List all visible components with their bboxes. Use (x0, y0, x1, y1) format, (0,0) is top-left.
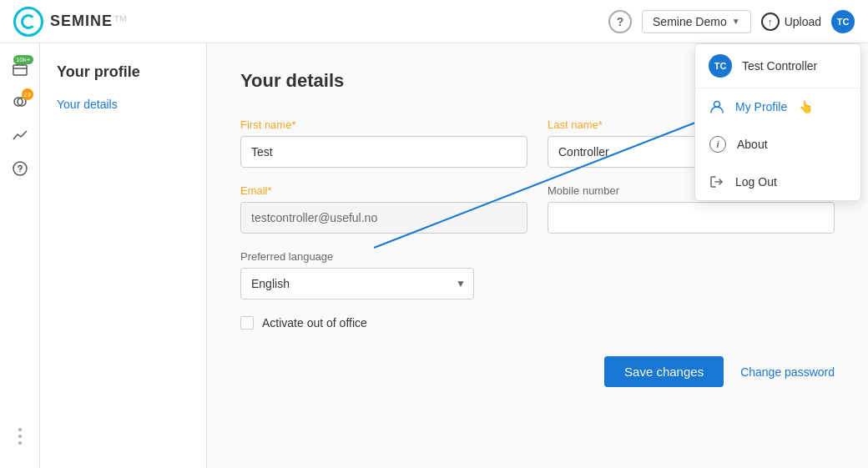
dropdown-item-logout[interactable]: Log Out (695, 164, 860, 200)
profile-nav-your-details[interactable]: Your details (57, 98, 189, 111)
first-name-input[interactable] (240, 136, 527, 168)
sidebar-dots[interactable] (18, 428, 22, 458)
user-icon (709, 98, 725, 115)
sidebar-item-box[interactable]: 10k+ (5, 53, 35, 83)
first-name-group: First name* (240, 118, 527, 168)
sidebar-item-coins[interactable]: 23 (5, 87, 35, 117)
profile-sidebar: Your profile Your details (40, 43, 207, 468)
out-of-office-row: Activate out of office (240, 316, 835, 330)
language-select[interactable]: English Norwegian Swedish Danish (240, 268, 474, 299)
cursor-indicator: 👆 (799, 100, 813, 113)
profile-sidebar-title: Your profile (57, 63, 189, 81)
email-input[interactable] (240, 202, 527, 234)
info-icon: i (709, 135, 727, 153)
upload-button[interactable]: ↑ Upload (761, 13, 821, 31)
dropdown-item-myprofile[interactable]: My Profile 👆 (695, 88, 860, 125)
upload-icon: ↑ (761, 13, 780, 31)
out-of-office-label: Activate out of office (262, 316, 367, 330)
header: SEMINE™ ? Semine Demo ▼ ↑ Upload TC TC T… (0, 0, 868, 43)
first-name-label: First name* (240, 118, 527, 131)
dropdown-about-label: About (737, 138, 768, 151)
language-select-wrap: English Norwegian Swedish Danish ▼ (240, 268, 474, 299)
user-dropdown: TC Test Controller My Profile 👆 i Abou (694, 43, 861, 201)
language-row: Preferred language English Norwegian Swe… (240, 250, 474, 299)
upload-label: Upload (785, 15, 821, 28)
language-group: Preferred language English Norwegian Swe… (240, 250, 474, 299)
user-avatar[interactable]: TC (831, 10, 855, 33)
logo-icon (13, 7, 43, 37)
logo-text: SEMINE™ (50, 13, 129, 30)
sidebar-item-help[interactable] (5, 153, 35, 184)
dropdown-username: Test Controller (742, 59, 817, 73)
email-label: Email* (240, 184, 527, 197)
sidebar-item-chart[interactable] (5, 120, 35, 150)
logout-icon (709, 174, 725, 190)
coins-badge: 23 (22, 88, 33, 100)
demo-selector[interactable]: Semine Demo ▼ (642, 10, 751, 33)
help-button[interactable]: ? (608, 10, 632, 33)
actions-row: Save changes Change password (240, 356, 835, 387)
language-label: Preferred language (240, 250, 474, 263)
logo: SEMINE™ (13, 7, 180, 37)
dropdown-item-about[interactable]: i About (695, 125, 860, 164)
mobile-input[interactable] (548, 202, 835, 234)
dropdown-logout-label: Log Out (735, 175, 777, 189)
dropdown-avatar: TC (709, 54, 732, 78)
demo-label: Semine Demo (653, 15, 727, 28)
out-of-office-checkbox[interactable] (240, 316, 254, 330)
save-button[interactable]: Save changes (604, 356, 724, 387)
dropdown-myprofile-label: My Profile (735, 100, 787, 113)
email-group: Email* (240, 184, 527, 234)
icon-sidebar: 10k+ 23 (0, 43, 40, 468)
svg-point-5 (19, 171, 21, 173)
header-actions: ? Semine Demo ▼ ↑ Upload TC (608, 10, 855, 33)
box-badge: 10k+ (13, 55, 33, 64)
chevron-down-icon: ▼ (732, 17, 740, 26)
dropdown-item-user: TC Test Controller (695, 44, 860, 88)
change-password-link[interactable]: Change password (740, 365, 835, 379)
svg-rect-1 (13, 65, 27, 75)
